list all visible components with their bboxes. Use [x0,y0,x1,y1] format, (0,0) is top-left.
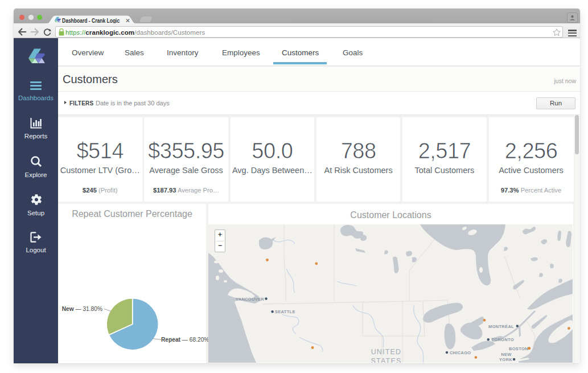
svg-text:SEATTLE: SEATTLE [275,309,295,314]
svg-text:New — 31.80%: New — 31.80% [62,306,102,312]
svg-text:YORK: YORK [499,357,512,362]
svg-text:VANCOUVER: VANCOUVER [236,297,264,302]
svg-text:Repeat — 68.20%: Repeat — 68.20% [161,337,209,343]
svg-text:UNITED: UNITED [371,348,402,356]
svg-text:CHICAGO: CHICAGO [450,350,471,355]
svg-text:NEW: NEW [501,352,512,357]
svg-text:MONTRÉAL: MONTRÉAL [488,324,514,329]
svg-text:TORONTO: TORONTO [492,337,514,342]
svg-text:BOSTON: BOSTON [509,346,528,351]
svg-text:STATES: STATES [371,357,402,363]
